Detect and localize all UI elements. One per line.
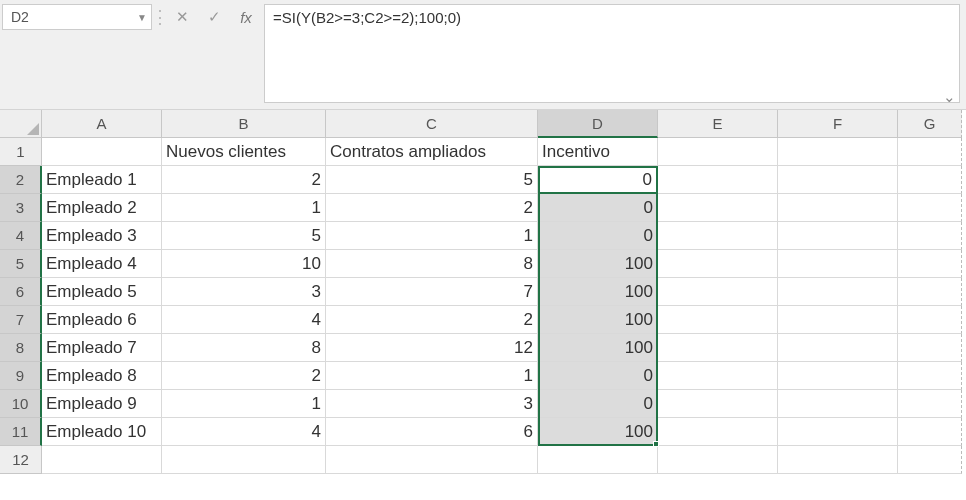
- cell-B11[interactable]: 4: [162, 418, 326, 446]
- col-header-G[interactable]: G: [898, 110, 962, 138]
- cell-D4[interactable]: 0: [538, 222, 658, 250]
- row-header-12[interactable]: 12: [0, 446, 42, 474]
- cell-B9[interactable]: 2: [162, 362, 326, 390]
- cell-A11[interactable]: Empleado 10: [42, 418, 162, 446]
- header-cell-D[interactable]: Incentivo: [538, 138, 658, 166]
- cell-F4[interactable]: [778, 222, 898, 250]
- col-header-C[interactable]: C: [326, 110, 538, 138]
- cell-C6[interactable]: 7: [326, 278, 538, 306]
- splitter[interactable]: ⋮: [158, 4, 162, 30]
- cell-G4[interactable]: [898, 222, 962, 250]
- cell-G9[interactable]: [898, 362, 962, 390]
- expand-formula-bar-icon[interactable]: ⌄: [939, 90, 959, 104]
- cell-A8[interactable]: Empleado 7: [42, 334, 162, 362]
- header-cell-B[interactable]: Nuevos clientes: [162, 138, 326, 166]
- cell-A6[interactable]: Empleado 5: [42, 278, 162, 306]
- cell-E9[interactable]: [658, 362, 778, 390]
- cell-B8[interactable]: 8: [162, 334, 326, 362]
- cell-A2[interactable]: Empleado 1: [42, 166, 162, 194]
- cell-C4[interactable]: 1: [326, 222, 538, 250]
- cell-E10[interactable]: [658, 390, 778, 418]
- cell-A10[interactable]: Empleado 9: [42, 390, 162, 418]
- cell-E4[interactable]: [658, 222, 778, 250]
- enter-icon[interactable]: ✓: [198, 4, 230, 30]
- cell-A4[interactable]: Empleado 3: [42, 222, 162, 250]
- cell-C8[interactable]: 12: [326, 334, 538, 362]
- select-all-corner[interactable]: [0, 110, 42, 138]
- cell-B5[interactable]: 10: [162, 250, 326, 278]
- cell-E5[interactable]: [658, 250, 778, 278]
- col-header-A[interactable]: A: [42, 110, 162, 138]
- cancel-icon[interactable]: ✕: [166, 4, 198, 30]
- col-header-F[interactable]: F: [778, 110, 898, 138]
- cell-A3[interactable]: Empleado 2: [42, 194, 162, 222]
- row-header-1[interactable]: 1: [0, 138, 42, 166]
- cell-B7[interactable]: 4: [162, 306, 326, 334]
- row-header-8[interactable]: 8: [0, 334, 42, 362]
- cell-G7[interactable]: [898, 306, 962, 334]
- cell-F8[interactable]: [778, 334, 898, 362]
- col-header-B[interactable]: B: [162, 110, 326, 138]
- row-header-10[interactable]: 10: [0, 390, 42, 418]
- row-header-7[interactable]: 7: [0, 306, 42, 334]
- header-cell-G[interactable]: [898, 138, 962, 166]
- cell-A9[interactable]: Empleado 8: [42, 362, 162, 390]
- cell-C2[interactable]: 5: [326, 166, 538, 194]
- cell-G2[interactable]: [898, 166, 962, 194]
- cell-G3[interactable]: [898, 194, 962, 222]
- cell-B10[interactable]: 1: [162, 390, 326, 418]
- cell-F2[interactable]: [778, 166, 898, 194]
- cell-G12[interactable]: [898, 446, 962, 474]
- row-header-3[interactable]: 3: [0, 194, 42, 222]
- formula-input[interactable]: =SI(Y(B2>=3;C2>=2);100;0) ⌄: [264, 4, 960, 103]
- cell-E7[interactable]: [658, 306, 778, 334]
- row-header-6[interactable]: 6: [0, 278, 42, 306]
- cell-G8[interactable]: [898, 334, 962, 362]
- cell-B3[interactable]: 1: [162, 194, 326, 222]
- cell-F5[interactable]: [778, 250, 898, 278]
- cell-E6[interactable]: [658, 278, 778, 306]
- cell-C7[interactable]: 2: [326, 306, 538, 334]
- row-header-11[interactable]: 11: [0, 418, 42, 446]
- cell-E11[interactable]: [658, 418, 778, 446]
- cell-D6[interactable]: 100: [538, 278, 658, 306]
- cell-F11[interactable]: [778, 418, 898, 446]
- cell-D12[interactable]: [538, 446, 658, 474]
- cell-C9[interactable]: 1: [326, 362, 538, 390]
- cell-B6[interactable]: 3: [162, 278, 326, 306]
- cell-E12[interactable]: [658, 446, 778, 474]
- insert-function-icon[interactable]: fx: [230, 4, 262, 30]
- cell-E8[interactable]: [658, 334, 778, 362]
- cell-E3[interactable]: [658, 194, 778, 222]
- cell-B4[interactable]: 5: [162, 222, 326, 250]
- cell-F7[interactable]: [778, 306, 898, 334]
- active-cell[interactable]: 0: [538, 166, 658, 194]
- cell-F12[interactable]: [778, 446, 898, 474]
- cell-G11[interactable]: [898, 418, 962, 446]
- cell-C10[interactable]: 3: [326, 390, 538, 418]
- col-header-E[interactable]: E: [658, 110, 778, 138]
- row-header-5[interactable]: 5: [0, 250, 42, 278]
- cell-D3[interactable]: 0: [538, 194, 658, 222]
- cell-C5[interactable]: 8: [326, 250, 538, 278]
- cell-C12[interactable]: [326, 446, 538, 474]
- row-header-9[interactable]: 9: [0, 362, 42, 390]
- header-cell-F[interactable]: [778, 138, 898, 166]
- cell-C11[interactable]: 6: [326, 418, 538, 446]
- cell-F6[interactable]: [778, 278, 898, 306]
- cell-G5[interactable]: [898, 250, 962, 278]
- cell-F3[interactable]: [778, 194, 898, 222]
- cell-D5[interactable]: 100: [538, 250, 658, 278]
- name-box[interactable]: D2 ▼: [2, 4, 152, 30]
- header-cell-A[interactable]: [42, 138, 162, 166]
- cell-D11[interactable]: 100: [538, 418, 658, 446]
- cell-A12[interactable]: [42, 446, 162, 474]
- header-cell-C[interactable]: Contratos ampliados: [326, 138, 538, 166]
- cell-E2[interactable]: [658, 166, 778, 194]
- cell-F9[interactable]: [778, 362, 898, 390]
- header-cell-E[interactable]: [658, 138, 778, 166]
- row-header-4[interactable]: 4: [0, 222, 42, 250]
- cell-D7[interactable]: 100: [538, 306, 658, 334]
- row-header-2[interactable]: 2: [0, 166, 42, 194]
- cell-B12[interactable]: [162, 446, 326, 474]
